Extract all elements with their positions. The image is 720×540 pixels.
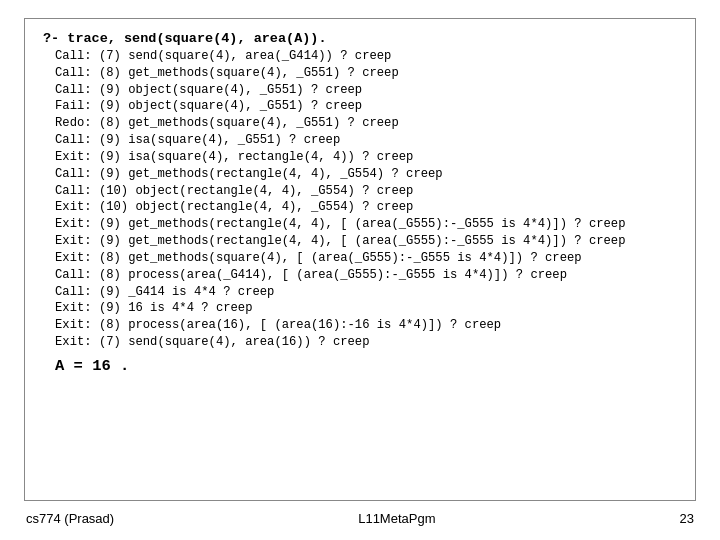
line-label: Call: xyxy=(55,284,99,301)
trace-lines: Call: (7) send(square(4), area(_G414)) ?… xyxy=(55,48,677,351)
line-label: Call: xyxy=(55,267,99,284)
trace-line: Call: (9) isa(square(4), _G551) ? creep xyxy=(55,132,677,149)
line-content: (9) object(square(4), _G551) ? creep xyxy=(99,98,362,115)
trace-line: Call: (10) object(rectangle(4, 4), _G554… xyxy=(55,183,677,200)
trace-line: Exit: (10) object(rectangle(4, 4), _G554… xyxy=(55,199,677,216)
result-line: A = 16 . xyxy=(55,357,677,375)
trace-line: Exit: (9) get_methods(rectangle(4, 4), [… xyxy=(55,233,677,250)
line-label: Exit: xyxy=(55,199,99,216)
line-label: Exit: xyxy=(55,317,99,334)
line-label: Call: xyxy=(55,132,99,149)
trace-line: Call: (9) object(square(4), _G551) ? cre… xyxy=(55,82,677,99)
line-content: (10) object(rectangle(4, 4), _G554) ? cr… xyxy=(99,199,414,216)
line-label: Exit: xyxy=(55,334,99,351)
line-content: (8) process(area(16), [ (area(16):-16 is… xyxy=(99,317,501,334)
line-content: (9) 16 is 4*4 ? creep xyxy=(99,300,253,317)
line-label: Call: xyxy=(55,166,99,183)
line-label: Call: xyxy=(55,183,99,200)
slide: ?- trace, send(square(4), area(A)). Call… xyxy=(0,0,720,540)
trace-header: ?- trace, send(square(4), area(A)). xyxy=(43,31,677,46)
trace-line: Redo: (8) get_methods(square(4), _G551) … xyxy=(55,115,677,132)
line-label: Exit: xyxy=(55,300,99,317)
line-content: (8) process(area(_G414), [ (area(_G555):… xyxy=(99,267,567,284)
line-label: Fail: xyxy=(55,98,99,115)
line-content: (9) isa(square(4), rectangle(4, 4)) ? cr… xyxy=(99,149,414,166)
trace-line: Call: (9) get_methods(rectangle(4, 4), _… xyxy=(55,166,677,183)
line-content: (9) isa(square(4), _G551) ? creep xyxy=(99,132,340,149)
footer-left: cs774 (Prasad) xyxy=(26,511,114,526)
trace-line: Fail: (9) object(square(4), _G551) ? cre… xyxy=(55,98,677,115)
trace-line: Exit: (7) send(square(4), area(16)) ? cr… xyxy=(55,334,677,351)
footer-center: L11MetaPgm xyxy=(358,511,435,526)
line-label: Redo: xyxy=(55,115,99,132)
line-content: (8) get_methods(square(4), _G551) ? cree… xyxy=(99,65,399,82)
trace-line: Exit: (9) isa(square(4), rectangle(4, 4)… xyxy=(55,149,677,166)
line-label: Exit: xyxy=(55,149,99,166)
line-label: Exit: xyxy=(55,250,99,267)
trace-line: Call: (8) process(area(_G414), [ (area(_… xyxy=(55,267,677,284)
line-label: Call: xyxy=(55,48,99,65)
trace-line: Exit: (9) get_methods(rectangle(4, 4), [… xyxy=(55,216,677,233)
line-label: Call: xyxy=(55,65,99,82)
trace-line: Call: (9) _G414 is 4*4 ? creep xyxy=(55,284,677,301)
line-content: (7) send(square(4), area(_G414)) ? creep xyxy=(99,48,392,65)
line-content: (8) get_methods(square(4), _G551) ? cree… xyxy=(99,115,399,132)
footer-right: 23 xyxy=(680,511,694,526)
line-label: Exit: xyxy=(55,216,99,233)
line-label: Exit: xyxy=(55,233,99,250)
line-content: (8) get_methods(square(4), [ (area(_G555… xyxy=(99,250,582,267)
trace-line: Exit: (9) 16 is 4*4 ? creep xyxy=(55,300,677,317)
line-content: (10) object(rectangle(4, 4), _G554) ? cr… xyxy=(99,183,414,200)
trace-line: Call: (8) get_methods(square(4), _G551) … xyxy=(55,65,677,82)
line-content: (7) send(square(4), area(16)) ? creep xyxy=(99,334,370,351)
line-content: (9) get_methods(rectangle(4, 4), [ (area… xyxy=(99,233,626,250)
trace-line: Exit: (8) process(area(16), [ (area(16):… xyxy=(55,317,677,334)
footer: cs774 (Prasad) L11MetaPgm 23 xyxy=(24,511,696,526)
line-content: (9) get_methods(rectangle(4, 4), [ (area… xyxy=(99,216,626,233)
line-label: Call: xyxy=(55,82,99,99)
main-content: ?- trace, send(square(4), area(A)). Call… xyxy=(24,18,696,501)
line-content: (9) object(square(4), _G551) ? creep xyxy=(99,82,362,99)
line-content: (9) _G414 is 4*4 ? creep xyxy=(99,284,275,301)
line-content: (9) get_methods(rectangle(4, 4), _G554) … xyxy=(99,166,443,183)
trace-line: Exit: (8) get_methods(square(4), [ (area… xyxy=(55,250,677,267)
trace-line: Call: (7) send(square(4), area(_G414)) ?… xyxy=(55,48,677,65)
